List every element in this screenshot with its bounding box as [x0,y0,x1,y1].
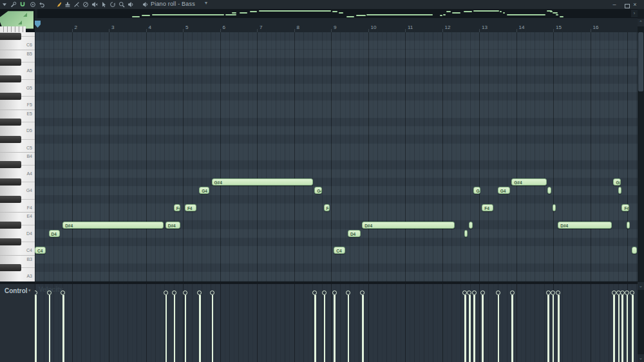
target-icon[interactable] [30,1,36,8]
lane-scroll-button[interactable]: ⌄ [638,354,644,362]
velocity-stem[interactable] [632,295,634,362]
timeline-ruler[interactable]: 2345678910111213141516 [35,18,638,33]
piano-keyboard[interactable]: C6B5A5G5F5E5D5C5B4A4G4F4E4D4C4B3A3 [0,32,35,281]
playback-icon[interactable] [142,1,148,8]
black-key-68[interactable] [0,75,21,82]
wrench-icon[interactable] [10,1,17,8]
mini-preview-strip[interactable] [37,9,631,18]
midi-note-G4[interactable] [547,187,551,194]
midi-note-F4[interactable]: F4 [324,204,330,211]
velocity-stem[interactable] [621,295,623,362]
velocity-stem-head[interactable] [183,291,187,295]
midi-note-D#4[interactable]: D#4 [558,222,612,229]
velocity-stem-head[interactable] [210,291,214,295]
velocity-stem[interactable] [613,295,615,362]
piano-roll-corner-menu[interactable] [0,9,35,32]
note-grid[interactable]: C4D4D#4D#4F4F4G4G#4G4F4C4D4D#4G4F4G4G#4D… [35,32,638,281]
velocity-stem[interactable] [49,295,51,362]
velocity-stem[interactable] [35,295,37,362]
maximize-button[interactable] [621,1,629,8]
velocity-stem-head[interactable] [472,291,477,295]
midi-note-D#4[interactable]: D#4 [166,222,180,229]
velocity-stem[interactable] [314,295,316,362]
black-key-63[interactable] [0,119,21,126]
minimize-button[interactable]: – [611,1,618,8]
midi-note-G#4[interactable]: G#4 [613,178,620,186]
midi-note-G#4[interactable]: G#4 [511,178,547,186]
black-key-66[interactable] [0,93,21,100]
velocity-stem-head[interactable] [164,291,168,295]
velocity-stem-head[interactable] [312,291,317,295]
midi-note-D#4[interactable]: D#4 [362,222,455,229]
midi-note-F4[interactable]: F4 [621,204,629,211]
scroll-down-button[interactable]: ⌄ [638,282,644,290]
close-button[interactable]: × [631,1,639,8]
midi-note-C4[interactable]: C4 [334,247,345,254]
midi-note-F4[interactable]: F4 [185,204,196,211]
brush-icon[interactable] [55,1,62,8]
midi-note-C4[interactable]: C4 [35,247,46,254]
velocity-stem-head[interactable] [346,291,350,295]
velocity-stem-head[interactable] [462,291,467,295]
black-key-70[interactable] [0,59,21,66]
velocity-stem-head[interactable] [35,291,37,295]
mute-icon[interactable] [91,1,98,8]
velocity-stem[interactable] [199,295,201,362]
velocity-stem[interactable] [473,295,475,362]
midi-note-C4[interactable] [632,247,637,254]
velocity-stem-head[interactable] [61,291,65,295]
velocity-stem[interactable] [166,295,167,362]
velocity-stem-head[interactable] [510,291,515,295]
velocity-stem[interactable] [464,295,466,362]
velocity-stem-head[interactable] [496,291,500,295]
velocity-stem[interactable] [62,295,64,362]
zoom-tool-icon[interactable] [118,1,125,8]
velocity-stem[interactable] [324,295,326,362]
velocity-stem[interactable] [547,295,549,362]
undo-icon[interactable] [39,1,45,8]
midi-note-G4[interactable]: G4 [314,187,322,194]
stamp-icon[interactable] [64,1,71,8]
midi-note-D4[interactable]: D4 [348,230,361,237]
loop-icon[interactable] [109,1,116,8]
black-key-56[interactable] [0,178,21,186]
black-key-51[interactable] [0,222,21,229]
velocity-stem-head[interactable] [556,291,560,295]
velocity-stem-head[interactable] [630,291,634,295]
slash-icon[interactable] [82,1,89,8]
velocity-stem[interactable] [482,295,484,362]
midi-note-G4[interactable]: G4 [473,187,480,194]
velocity-stem[interactable] [618,295,620,362]
velocity-stem[interactable] [334,295,336,362]
control-selector[interactable]: Control [5,287,28,294]
velocity-stem-head[interactable] [551,291,555,295]
playhead-marker[interactable] [35,21,41,28]
title-dropdown-caret[interactable]: ▾ [205,0,207,6]
midi-note-D4[interactable] [464,230,468,237]
velocity-stem[interactable] [212,295,214,362]
black-key-58[interactable] [0,161,21,168]
velocity-stem[interactable] [185,295,187,362]
velocity-stem-head[interactable] [625,291,629,295]
midi-note-F4[interactable]: F4 [174,204,181,211]
scrollbar-handle[interactable] [638,32,643,91]
velocity-stem-head[interactable] [480,291,485,295]
velocity-stem-head[interactable] [546,291,551,295]
velocity-stem-head[interactable] [467,291,471,295]
black-key-61[interactable] [0,136,21,143]
midi-note-G#4[interactable]: G#4 [212,178,313,186]
midi-note-D#4[interactable] [627,222,630,229]
velocity-stem[interactable] [174,295,176,362]
midi-note-D#4[interactable] [469,222,472,229]
velocity-stem-head[interactable] [620,291,625,295]
velocity-stem[interactable] [348,295,350,362]
velocity-stem-head[interactable] [47,291,52,295]
control-caret-icon[interactable]: ▾ [28,288,31,293]
cursor-icon[interactable] [100,1,107,8]
black-key-46[interactable] [0,264,21,271]
velocity-stem[interactable] [558,295,560,362]
velocity-lane[interactable]: Velocity [35,284,638,362]
velocity-stem[interactable] [553,295,554,362]
black-key-73[interactable] [0,33,21,40]
black-key-54[interactable] [0,196,21,203]
